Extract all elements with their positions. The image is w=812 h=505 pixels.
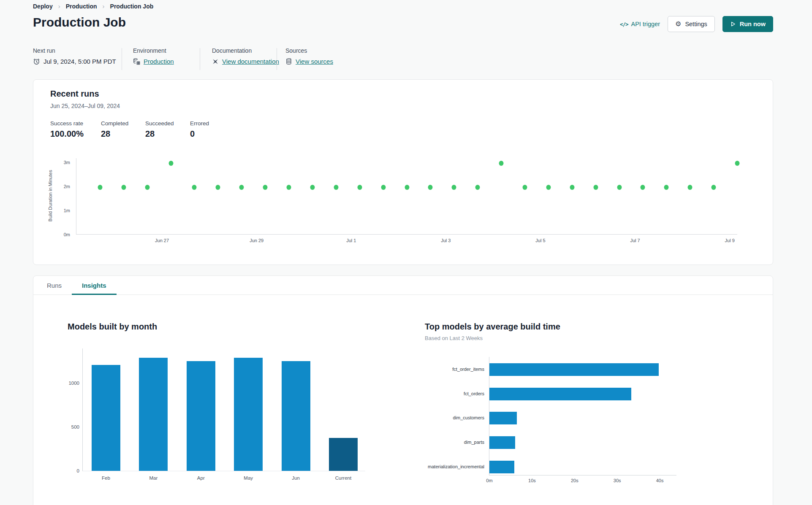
build-duration-plot — [76, 158, 737, 235]
y-tick-label: 1000 — [63, 380, 79, 386]
x-tick-label: Jun 27 — [155, 238, 169, 243]
run-duration-dot[interactable] — [593, 185, 598, 190]
y-tick-label: 500 — [63, 424, 79, 430]
insights-panel: Models built by month 05001000FebMarAprM… — [33, 295, 773, 505]
run-duration-dot[interactable] — [145, 185, 149, 190]
top-models-chart-section: Top models by average build time Based o… — [425, 322, 729, 341]
tab-bar: Runs Insights — [33, 276, 773, 295]
divider — [200, 48, 200, 70]
stat-errored: Errored 0 — [190, 120, 209, 139]
model-build-time-bar[interactable] — [489, 412, 517, 424]
x-tick-label: Jul 7 — [630, 238, 640, 243]
tab-insights[interactable]: Insights — [72, 276, 117, 294]
settings-label: Settings — [685, 21, 707, 27]
run-duration-dot[interactable] — [192, 185, 197, 190]
stat-success-rate: Success rate 100.00% — [50, 120, 84, 139]
month-bar[interactable] — [234, 358, 263, 471]
run-duration-dot[interactable] — [98, 185, 102, 190]
job-meta-row: Next run Jul 9, 2024, 5:00 PM PDT Enviro… — [0, 47, 812, 72]
meta-label: Documentation — [212, 47, 279, 54]
run-duration-dot[interactable] — [641, 185, 645, 190]
top-models-plot: 0m10s20s30s40sfct_order_itemsfct_ordersd… — [489, 357, 676, 475]
stat-succeeded: Succeeded 28 — [145, 120, 174, 139]
run-duration-dot[interactable] — [499, 161, 504, 166]
model-build-time-bar[interactable] — [489, 363, 659, 376]
run-duration-dot[interactable] — [381, 185, 386, 190]
model-name-label: fct_orders — [413, 391, 484, 397]
y-tick-label: 0m — [57, 232, 70, 238]
run-now-button[interactable]: Run now — [722, 16, 773, 32]
run-duration-dot[interactable] — [570, 185, 574, 190]
run-duration-dot[interactable] — [712, 185, 716, 190]
header-actions: </> API trigger ⚙ Settings Run now — [620, 16, 773, 32]
x-tick-label: Jul 9 — [725, 238, 735, 243]
model-build-time-bar[interactable] — [489, 436, 515, 449]
divider — [122, 48, 122, 70]
run-duration-dot[interactable] — [735, 161, 740, 166]
divider — [277, 48, 277, 70]
build-duration-yticks: 0m1m2m3m — [57, 158, 73, 235]
top-models-subtitle: Based on Last 2 Weeks — [425, 335, 729, 341]
view-sources-link[interactable]: View sources — [296, 58, 333, 65]
run-duration-dot[interactable] — [475, 185, 480, 190]
model-build-time-bar[interactable] — [489, 388, 631, 400]
tab-runs[interactable]: Runs — [37, 276, 72, 294]
run-duration-dot[interactable] — [428, 185, 433, 190]
meta-next-run: Next run Jul 9, 2024, 5:00 PM PDT — [33, 47, 116, 65]
x-category-label: Jun — [279, 475, 313, 481]
run-duration-dot[interactable] — [310, 185, 315, 190]
run-duration-dot[interactable] — [522, 185, 527, 190]
model-build-time-bar[interactable] — [489, 461, 514, 473]
run-duration-dot[interactable] — [287, 185, 291, 190]
breadcrumb-deploy[interactable]: Deploy — [33, 3, 53, 10]
meta-label: Environment — [133, 47, 174, 54]
y-tick-label: 3m — [57, 159, 70, 165]
api-trigger-link[interactable]: </> API trigger — [620, 21, 660, 27]
meta-label: Next run — [33, 47, 116, 54]
run-duration-dot[interactable] — [452, 185, 456, 190]
month-bar[interactable] — [187, 361, 215, 471]
run-duration-dot[interactable] — [121, 185, 126, 190]
run-duration-dot[interactable] — [617, 185, 622, 190]
run-duration-dot[interactable] — [263, 185, 268, 190]
month-bar[interactable] — [329, 438, 358, 471]
run-now-label: Run now — [740, 21, 766, 27]
run-duration-dot[interactable] — [239, 185, 244, 190]
docs-icon — [212, 58, 219, 65]
run-duration-dot[interactable] — [357, 185, 362, 190]
settings-button[interactable]: ⚙ Settings — [668, 16, 715, 32]
meta-label: Sources — [285, 47, 333, 54]
run-duration-dot[interactable] — [664, 185, 669, 190]
models-built-chart-section: Models built by month 05001000FebMarAprM… — [68, 322, 380, 332]
x-category-label: May — [231, 475, 265, 481]
job-detail-card: Runs Insights Models built by month 0500… — [33, 275, 773, 505]
x-tick-label: Jul 3 — [441, 238, 451, 243]
model-name-label: dim_parts — [413, 439, 484, 446]
chevron-right-icon: › — [103, 3, 105, 10]
breadcrumb-production[interactable]: Production — [66, 3, 97, 10]
run-duration-dot[interactable] — [334, 185, 338, 190]
run-duration-dot[interactable] — [688, 185, 693, 190]
environment-icon — [133, 58, 140, 65]
model-name-label: fct_order_items — [413, 366, 484, 373]
run-duration-dot[interactable] — [216, 185, 220, 190]
x-category-label: Mar — [136, 475, 170, 481]
x-tick-label: 10s — [528, 478, 536, 483]
breadcrumb: Deploy › Production › Production Job — [33, 3, 153, 10]
meta-environment: Environment Production — [133, 47, 174, 65]
month-bar[interactable] — [282, 361, 310, 471]
model-name-label: dim_customers — [413, 415, 484, 421]
month-bar[interactable] — [92, 365, 120, 471]
play-icon — [730, 21, 736, 27]
x-category-label: Apr — [184, 475, 218, 481]
environment-link[interactable]: Production — [144, 58, 174, 65]
clock-icon — [33, 58, 40, 65]
meta-sources: Sources View sources — [285, 47, 333, 65]
view-documentation-link[interactable]: View documentation — [222, 58, 279, 65]
meta-documentation: Documentation View documentation — [212, 47, 279, 65]
recent-runs-title: Recent runs — [50, 89, 99, 99]
run-duration-dot[interactable] — [405, 185, 409, 190]
run-duration-dot[interactable] — [546, 185, 551, 190]
month-bar[interactable] — [139, 358, 168, 471]
run-duration-dot[interactable] — [168, 161, 173, 166]
